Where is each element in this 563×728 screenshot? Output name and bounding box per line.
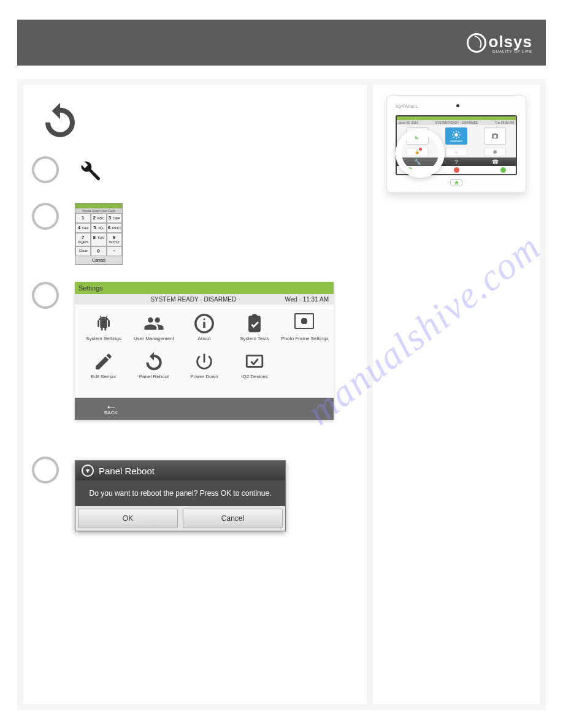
settings-screenshot: Settings Settings SYSTEM READY - DISARME…	[75, 282, 334, 420]
camera-icon	[490, 132, 500, 140]
arrow-left-icon: ←	[104, 403, 118, 410]
help-icon[interactable]: ?	[454, 159, 458, 165]
chevron-down-icon: ▾	[82, 464, 94, 477]
tile-weather[interactable]: WEATHER	[445, 127, 467, 145]
home-icon: ⌂	[455, 150, 458, 154]
keypad[interactable]: Please Enter User Code 1 2 ABC 3 DEF 4 G…	[75, 203, 123, 265]
keypad-key-6[interactable]: 6 MNO	[107, 223, 122, 233]
svg-point-4	[454, 133, 458, 136]
mini-tile-3[interactable]: ▦	[484, 148, 506, 156]
keypad-key-7[interactable]: 7 PQRS	[75, 233, 91, 246]
info-icon	[194, 313, 215, 334]
sun-icon	[451, 130, 461, 140]
svg-line-11	[458, 132, 459, 132]
dialog-header: ▾ Panel Reboot	[75, 461, 285, 480]
dialog-title: Panel Reboot	[99, 466, 155, 476]
settings-footer: ← BACK	[75, 398, 334, 420]
tile-camera[interactable]	[484, 127, 506, 145]
settings-item-tests[interactable]: System Tests	[229, 313, 280, 341]
status-dot-red	[454, 167, 459, 173]
dialog-cancel-button[interactable]: Cancel	[183, 509, 283, 528]
settings-item-iq2[interactable]: IQ2 Devices	[229, 351, 280, 379]
brand-ring-icon	[467, 33, 486, 53]
back-label: BACK	[104, 410, 118, 415]
power-icon	[194, 351, 215, 372]
keypad-key-1[interactable]: 1	[75, 213, 91, 223]
device-time: Tue 09:36 AM	[495, 121, 514, 124]
dialog-message: Do you want to reboot the panel? Press O…	[75, 480, 285, 506]
photoframe-icon	[294, 313, 315, 334]
wrench-icon	[75, 156, 358, 186]
svg-line-10	[458, 137, 459, 137]
settings-item-users[interactable]: User Management	[129, 313, 179, 341]
settings-item-edit-sensor[interactable]: Edit Sensor	[79, 351, 129, 379]
keypad-key-3[interactable]: 3 DEF	[107, 213, 122, 223]
device-date: June 09, 2014	[399, 121, 418, 124]
settings-item-system[interactable]: System Settings	[79, 313, 129, 341]
item-label: Power Down	[179, 374, 229, 379]
device-home-button[interactable]	[450, 179, 462, 186]
reboot-dialog: ▾ Panel Reboot Do you want to reboot the…	[75, 460, 286, 531]
item-label: System Settings	[79, 336, 129, 341]
pencil-icon	[93, 351, 114, 372]
keypad-key-8[interactable]: 8 TUV	[91, 233, 106, 246]
refresh-icon	[40, 101, 358, 143]
status-bar: Settings SYSTEM READY - DISARMED Wed - 1…	[75, 294, 334, 305]
brand-name: olsys	[489, 32, 533, 51]
svg-rect-3	[247, 355, 262, 366]
refresh-overlay-icon	[396, 129, 445, 178]
dialog-ok-button[interactable]: OK	[78, 509, 178, 528]
status-center: SYSTEM READY - DISARMED	[150, 296, 236, 303]
item-label: Edit Sensor	[79, 374, 129, 379]
keypad-key-2[interactable]: 2 ABC	[91, 213, 106, 223]
left-column: Please Enter User Code 1 2 ABC 3 DEF 4 G…	[23, 85, 367, 704]
step-row-1	[32, 156, 358, 186]
bullet-icon	[32, 156, 59, 183]
tablet-check-icon	[244, 351, 265, 372]
top-bar: olsys QUALITY OF LIFE	[17, 20, 546, 66]
bullet-icon	[32, 282, 59, 309]
mini-tile-2[interactable]: ⌂	[445, 148, 467, 156]
keypad-key-5[interactable]: 5 JKL	[91, 223, 106, 233]
android-icon	[93, 313, 114, 334]
right-column: IQPANEL June 09, 2014 SYSTEM READY - DIS…	[373, 85, 540, 704]
status-time: Wed - 11:31 AM	[285, 296, 329, 303]
keypad-key-clear[interactable]: Clear	[75, 246, 91, 256]
apps-icon: ▦	[493, 150, 497, 154]
settings-item-power[interactable]: Power Down	[179, 351, 229, 379]
item-label: User Management	[129, 336, 179, 341]
keypad-key-9[interactable]: 9 WXYZ	[107, 233, 122, 246]
brand-tagline: QUALITY OF LIFE	[489, 50, 533, 53]
bullet-icon	[32, 457, 59, 483]
settings-item-photoframe[interactable]: Photo Frame Settings	[280, 313, 330, 341]
keypad-cancel[interactable]: Cancel	[75, 256, 122, 264]
step-row-3: Settings Settings SYSTEM READY - DISARME…	[32, 282, 358, 420]
settings-item-about[interactable]: About	[179, 313, 229, 341]
phone-icon[interactable]: ☎	[492, 159, 499, 165]
item-label: IQ2 Devices	[229, 374, 280, 379]
device-mock: IQPANEL June 09, 2014 SYSTEM READY - DIS…	[386, 95, 526, 193]
users-icon	[144, 313, 164, 334]
keypad-key-4[interactable]: 4 GHI	[75, 223, 91, 233]
step-row-4: ▾ Panel Reboot Do you want to reboot the…	[32, 457, 358, 531]
bullet-icon	[32, 203, 59, 230]
clipboard-icon	[244, 313, 265, 334]
svg-line-12	[453, 137, 454, 137]
tile-label: WEATHER	[450, 140, 462, 143]
reboot-icon	[144, 351, 164, 372]
settings-item-reboot[interactable]: Panel Reboot	[129, 351, 179, 379]
keypad-key-0[interactable]: 0	[91, 246, 106, 256]
home-icon	[454, 180, 459, 186]
brand-logo: olsys QUALITY OF LIFE	[467, 32, 533, 53]
settings-header: Settings	[75, 282, 334, 294]
svg-point-2	[204, 319, 205, 320]
svg-line-9	[453, 132, 454, 132]
back-button[interactable]: ← BACK	[104, 403, 118, 415]
keypad-key-back[interactable]: <	[107, 246, 122, 256]
item-label: Panel Reboot	[129, 374, 179, 379]
device-status: SYSTEM READY - DISARMED	[435, 121, 478, 124]
item-label: About	[179, 336, 229, 341]
item-label: Photo Frame Settings	[280, 336, 330, 341]
step-row-2: Please Enter User Code 1 2 ABC 3 DEF 4 G…	[32, 203, 358, 265]
status-dot-green	[500, 167, 506, 173]
